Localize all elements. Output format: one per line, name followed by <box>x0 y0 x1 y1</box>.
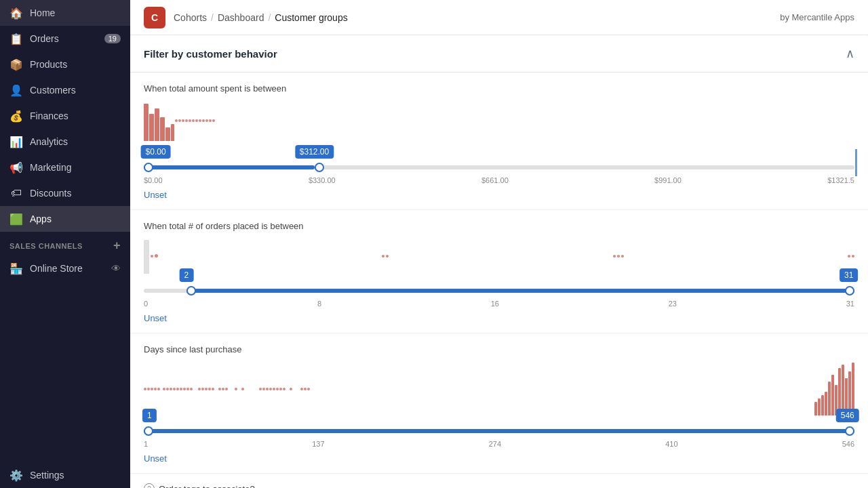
orders-range-fill <box>186 289 854 293</box>
days-max-thumb[interactable] <box>845 426 854 436</box>
axis-label: $1321.5 <box>827 176 854 184</box>
dot <box>848 255 850 258</box>
dot <box>182 119 184 122</box>
days-axis: 1 137 274 410 546 <box>144 440 854 448</box>
sidebar-label-customers: Customers <box>30 85 76 96</box>
main-area: C Cohorts / Dashboard / Customer groups … <box>130 0 868 488</box>
dot <box>273 388 275 390</box>
axis-label: 23 <box>669 300 677 308</box>
dot <box>222 388 224 390</box>
bar <box>814 402 817 415</box>
dot <box>166 388 169 390</box>
sidebar-label-apps: Apps <box>30 214 52 224</box>
sidebar-item-online-store[interactable]: 🏪 Online Store 👁 <box>0 256 130 281</box>
dot <box>241 388 244 390</box>
sidebar-item-orders[interactable]: 📋 Orders 19 <box>0 26 130 52</box>
days-range-track: 1 546 <box>144 429 854 433</box>
dot <box>199 119 201 122</box>
home-icon: 🏠 <box>9 6 23 20</box>
sidebar-item-finances[interactable]: 💰 Finances <box>0 103 130 129</box>
dot <box>202 119 205 122</box>
amount-min-thumb[interactable] <box>144 163 153 172</box>
days-since-section: Days since last purchase <box>130 333 868 474</box>
breadcrumb-current: Customer groups <box>275 12 347 23</box>
sidebar-item-apps[interactable]: 🟩 Apps <box>0 206 130 232</box>
amount-range-fill <box>144 165 315 169</box>
sidebar-label-analytics: Analytics <box>30 136 68 147</box>
axis-label: $0.00 <box>144 176 163 184</box>
amount-axis: $0.00 $330.00 $661.00 $991.00 $1321.5 <box>144 176 854 184</box>
sidebar-item-marketing[interactable]: 📢 Marketing <box>0 155 130 180</box>
breadcrumb-sep2: / <box>268 12 271 23</box>
app-logo: C <box>144 7 165 28</box>
dot <box>178 119 181 122</box>
amount-min-label: $0.00 <box>141 145 171 159</box>
dot <box>190 388 193 390</box>
dot <box>208 388 211 390</box>
dot <box>266 388 269 390</box>
bar <box>825 392 827 415</box>
bar-tall <box>144 240 149 274</box>
axis-label: 16 <box>491 300 499 308</box>
dot <box>209 119 212 122</box>
collapse-button[interactable]: ∧ <box>846 46 854 61</box>
orders-min-thumb[interactable] <box>186 286 196 296</box>
bar <box>144 104 149 141</box>
sidebar-item-customers[interactable]: 👤 Customers <box>0 77 130 103</box>
dot <box>212 388 214 390</box>
dot <box>185 119 188 122</box>
discounts-icon: 🏷 <box>9 186 23 200</box>
sidebar-item-products[interactable]: 📦 Products <box>0 52 130 77</box>
dot <box>613 255 616 258</box>
sidebar-item-settings[interactable]: ⚙️ Settings <box>0 462 130 488</box>
dot <box>205 119 208 122</box>
dot <box>154 388 157 390</box>
amount-chart <box>144 100 854 148</box>
breadcrumb-cohorts[interactable]: Cohorts <box>174 12 207 23</box>
page-content: Filter by customer behavior ∧ When total… <box>130 35 868 488</box>
amount-max-thumb[interactable] <box>315 163 324 172</box>
eye-icon: 👁 <box>111 263 121 274</box>
orders-min-label: 2 <box>180 268 194 282</box>
filter-title: Filter by customer behavior <box>144 48 277 60</box>
amount-max-label: $312.00 <box>295 145 334 159</box>
dot <box>290 388 292 390</box>
orders-unset-button[interactable]: Unset <box>144 310 167 326</box>
amount-unset-button[interactable]: Unset <box>144 187 167 203</box>
bar <box>171 124 174 141</box>
dot <box>147 388 150 390</box>
orders-max-label: 31 <box>840 268 858 282</box>
breadcrumb-dashboard[interactable]: Dashboard <box>218 12 264 23</box>
bar <box>828 382 831 415</box>
dot <box>198 388 201 390</box>
dot <box>225 388 228 390</box>
sidebar-item-home[interactable]: 🏠 Home <box>0 0 130 26</box>
axis-label: 1 <box>144 440 148 448</box>
sidebar-bottom: ⚙️ Settings <box>0 462 130 488</box>
orders-badge: 19 <box>104 34 121 43</box>
sidebar-item-discounts[interactable]: 🏷 Discounts <box>0 180 130 206</box>
bar <box>821 395 824 415</box>
days-min-thumb[interactable] <box>144 426 153 436</box>
sidebar-label-finances: Finances <box>30 110 68 121</box>
customers-icon: 👤 <box>9 83 23 97</box>
dot <box>195 119 198 122</box>
axis-label: 410 <box>665 440 677 448</box>
days-unset-button[interactable]: Unset <box>144 451 167 466</box>
add-channel-button[interactable]: + <box>113 239 121 253</box>
orders-max-thumb[interactable] <box>845 286 854 296</box>
dot <box>163 388 165 390</box>
online-store-icon: 🏪 <box>9 262 23 275</box>
sidebar-item-analytics[interactable]: 📊 Analytics <box>0 129 130 155</box>
dot <box>144 388 146 390</box>
settings-icon: ⚙️ <box>9 468 23 482</box>
orders-axis: 0 8 16 23 31 <box>144 300 854 308</box>
amount-range-track: $0.00 $312.00 <box>144 165 854 169</box>
dot <box>157 388 160 390</box>
order-tags-label: Order tags to associate? <box>159 484 255 489</box>
sidebar: 🏠 Home 📋 Orders 19 📦 Products 👤 Customer… <box>0 0 130 488</box>
sidebar-label-discounts: Discounts <box>30 188 71 199</box>
dot <box>279 388 282 390</box>
dot <box>235 388 237 390</box>
axis-label: $661.00 <box>481 176 509 184</box>
